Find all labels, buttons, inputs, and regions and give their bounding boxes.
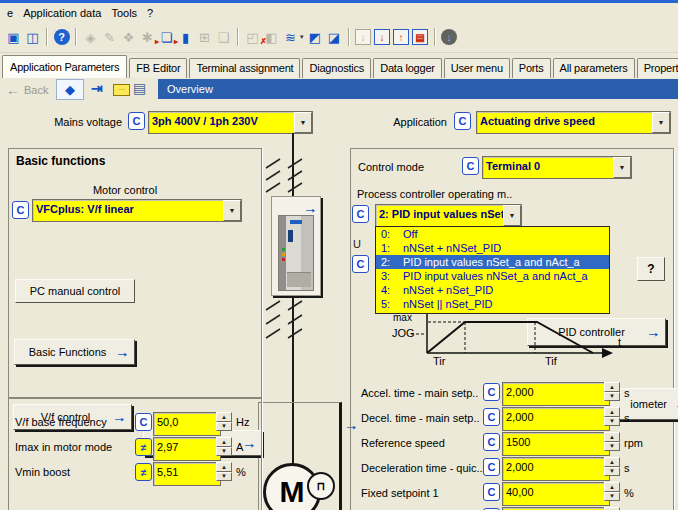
- spin-up-icon[interactable]: ▲: [604, 432, 620, 442]
- menu-application-data[interactable]: Application data: [18, 5, 106, 21]
- terminal-strip-icon[interactable]: ⋯: [113, 84, 130, 96]
- process-controller-dropdown-icon[interactable]: ▼: [503, 205, 521, 226]
- accel-time-stepper[interactable]: ▲▼: [604, 382, 620, 401]
- transfer-icon[interactable]: ↓: [440, 28, 459, 47]
- imax-neq-badge[interactable]: ≠: [135, 438, 152, 456]
- spin-down-icon[interactable]: ▼: [604, 492, 620, 502]
- motor-control-c-badge[interactable]: C: [12, 201, 29, 219]
- spin-up-icon[interactable]: ▲: [604, 407, 620, 417]
- tab-ports[interactable]: Ports: [512, 58, 551, 78]
- download-to-device-icon[interactable]: ↓: [373, 28, 392, 47]
- mains-voltage-dropdown-icon[interactable]: ▼: [294, 112, 312, 133]
- dropdown-option-5[interactable]: 5:nNSet || nSet_PID: [376, 297, 609, 311]
- accel-time-field[interactable]: 2,000: [502, 382, 610, 406]
- menu-tools[interactable]: Tools: [106, 5, 142, 21]
- fixed-setpoint1-stepper[interactable]: ▲▼: [604, 482, 620, 501]
- spin-down-icon[interactable]: ▼: [604, 417, 620, 427]
- select-icon[interactable]: ❖: [119, 28, 138, 47]
- goto-fb-icon[interactable]: ▮▸: [176, 28, 195, 47]
- menu-help[interactable]: ?: [142, 5, 158, 21]
- inverter-device-image[interactable]: →: [271, 196, 321, 296]
- spin-up-icon[interactable]: ▲: [216, 437, 232, 447]
- decel-time-field[interactable]: 2,000: [502, 407, 610, 431]
- spin-up-icon[interactable]: ▲: [604, 382, 620, 392]
- process-controller-combo[interactable]: 2: PID input values nSet ▼: [375, 204, 522, 227]
- tab-diagnostics[interactable]: Diagnostics: [302, 58, 371, 78]
- motor-control-dropdown-icon[interactable]: ▼: [223, 200, 241, 221]
- tab-properties[interactable]: Properties: [637, 58, 678, 78]
- inverter-goto-arrow-icon[interactable]: →: [303, 201, 317, 215]
- decel-time-c-badge[interactable]: C: [483, 408, 500, 426]
- tab-terminal-assignment[interactable]: Terminal assignment: [189, 58, 300, 78]
- help-icon[interactable]: ?: [52, 28, 71, 47]
- application-combo[interactable]: Actuating drive speed ▼: [476, 111, 671, 134]
- control-mode-c-badge[interactable]: C: [462, 157, 479, 175]
- back-button[interactable]: ← Back: [6, 82, 48, 98]
- decel-time-stepper[interactable]: ▲▼: [604, 407, 620, 426]
- device-back-icon[interactable]: ◪: [325, 28, 344, 47]
- cascade-windows-icon[interactable]: ◫: [23, 28, 42, 47]
- mains-voltage-combo[interactable]: 3ph 400V / 1ph 230V ▼: [148, 111, 313, 134]
- fixed-setpoint1-field[interactable]: 40,00: [502, 482, 610, 506]
- application-c-badge[interactable]: C: [454, 112, 471, 130]
- dropdown-option-0[interactable]: 0:Off: [376, 227, 609, 241]
- control-mode-dropdown-icon[interactable]: ▼: [613, 157, 631, 178]
- dropdown-option-2-selected[interactable]: 2:PID input values nSet_a and nAct_a: [376, 255, 609, 269]
- spin-down-icon[interactable]: ▼: [216, 472, 232, 482]
- project-tree-icon[interactable]: ⊞: [195, 28, 214, 47]
- spin-down-icon[interactable]: ▼: [604, 442, 620, 452]
- spin-down-icon[interactable]: ▼: [604, 392, 620, 402]
- accel-time-c-badge[interactable]: C: [483, 383, 500, 401]
- vmin-neq-badge[interactable]: ≠: [135, 463, 152, 481]
- spin-down-icon[interactable]: ▼: [216, 422, 232, 432]
- spin-down-icon[interactable]: ▼: [604, 467, 620, 477]
- quick-stop-decel-stepper[interactable]: ▲▼: [604, 457, 620, 476]
- online-dropdown-caret[interactable]: ▾: [300, 33, 304, 41]
- vf-base-frequency-stepper[interactable]: ▲ ▼: [216, 412, 232, 431]
- quick-stop-decel-c-badge[interactable]: C: [483, 458, 500, 476]
- process-controller-c-badge[interactable]: C: [352, 205, 369, 223]
- tab-all-parameters[interactable]: All parameters: [553, 58, 635, 78]
- dropdown-option-4[interactable]: 4:nNSet + nSet_PID: [376, 283, 609, 297]
- vf-base-frequency-c-badge[interactable]: C: [135, 413, 152, 431]
- spin-up-icon[interactable]: ▲: [604, 482, 620, 492]
- vmin-boost-stepper[interactable]: ▲ ▼: [216, 462, 232, 481]
- application-dropdown-icon[interactable]: ▼: [652, 112, 670, 133]
- application-window-icon[interactable]: ▣: [4, 28, 23, 47]
- go-online-icon[interactable]: ≋: [281, 28, 300, 47]
- reference-speed-c-badge[interactable]: C: [483, 433, 500, 451]
- spin-up-icon[interactable]: ▲: [216, 462, 232, 472]
- vmin-boost-field[interactable]: 5,51: [153, 462, 221, 486]
- navigation-home-button[interactable]: ◆: [56, 79, 84, 100]
- goto-input-icon[interactable]: ⇥: [91, 80, 103, 96]
- basic-functions-button[interactable]: Basic Functions →: [14, 339, 135, 365]
- dropdown-option-3[interactable]: 3:PID input values nNSet_a and nAct_a: [376, 269, 609, 283]
- spin-down-icon[interactable]: ▼: [216, 447, 232, 457]
- properties-page-icon[interactable]: ▤: [133, 80, 146, 96]
- imax-motor-mode-field[interactable]: 2,97: [153, 437, 221, 461]
- window-list-icon[interactable]: ❑: [214, 28, 233, 47]
- spin-up-icon[interactable]: ▲: [216, 412, 232, 422]
- vf-base-frequency-field[interactable]: 50,0: [153, 412, 221, 436]
- edit-pen-icon[interactable]: ✎: [100, 28, 119, 47]
- quick-stop-decel-field[interactable]: 2,000: [502, 457, 610, 481]
- mains-voltage-c-badge[interactable]: C: [128, 112, 145, 130]
- reference-speed-stepper[interactable]: ▲▼: [604, 432, 620, 451]
- tab-user-menu[interactable]: User menu: [444, 58, 510, 78]
- motor-control-combo[interactable]: VFCplus: V/f linear ▼: [32, 199, 242, 222]
- reference-speed-field[interactable]: 1500: [502, 432, 610, 456]
- control-mode-combo[interactable]: Terminal 0 ▼: [482, 156, 632, 179]
- go-offline-icon[interactable]: ◧✗: [262, 28, 281, 47]
- spin-up-icon[interactable]: ▲: [604, 457, 620, 467]
- motor-potentiometer-c-badge[interactable]: C: [352, 255, 369, 273]
- upload-from-device-icon[interactable]: ↑: [392, 28, 411, 47]
- insert-icon[interactable]: ◈: [81, 28, 100, 47]
- pc-manual-control-button[interactable]: PC manual control: [15, 279, 135, 303]
- download-disabled-icon[interactable]: ↓: [354, 28, 373, 47]
- dropdown-option-1[interactable]: 1:nNSet + nNSet_PID: [376, 241, 609, 255]
- tab-fb-editor[interactable]: FB Editor: [129, 58, 187, 78]
- tab-data-logger[interactable]: Data logger: [373, 58, 442, 78]
- tab-application-parameters[interactable]: Application Parameters: [2, 55, 127, 78]
- fixed-setpoint1-c-badge[interactable]: C: [483, 483, 500, 501]
- control-mode-help-button[interactable]: ?: [637, 257, 665, 281]
